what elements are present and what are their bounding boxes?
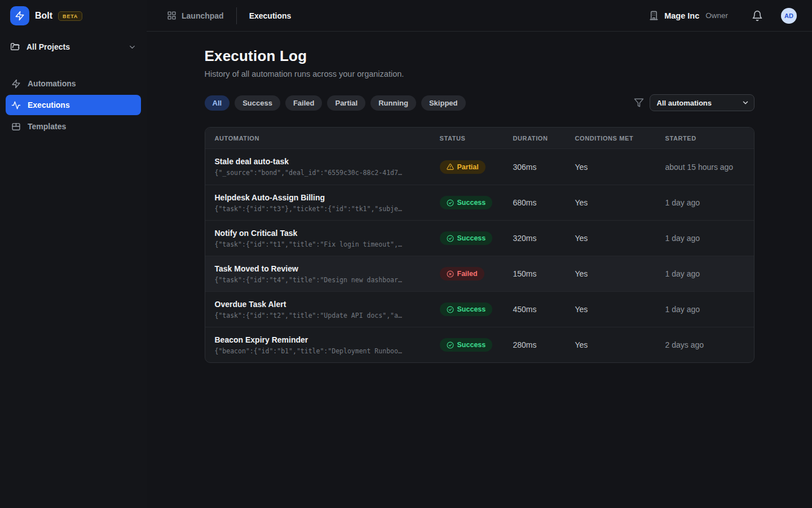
column-header-status: Status bbox=[440, 135, 513, 142]
automation-payload: {"task":{"id":"t1","title":"Fix login ti… bbox=[215, 240, 440, 248]
main-column: Launchpad Executions Mage Inc Owner AD bbox=[147, 0, 812, 508]
bolt-logo-icon bbox=[10, 6, 29, 25]
table-row[interactable]: Beacon Expiry Reminder {"beacon":{"id":"… bbox=[205, 327, 754, 362]
brand: Bolt BETA bbox=[6, 0, 141, 32]
status-badge: Success bbox=[440, 303, 493, 316]
filter-chip-skipped[interactable]: Skipped bbox=[421, 95, 466, 111]
status-label: Failed bbox=[457, 270, 478, 278]
table-row[interactable]: Task Moved to Review {"task":{"id":"t4",… bbox=[205, 256, 754, 291]
automation-name: Notify on Critical Task bbox=[215, 229, 440, 238]
status-label: Success bbox=[457, 305, 486, 313]
check-circle-icon bbox=[447, 341, 454, 349]
page-subtitle: History of all automation runs across yo… bbox=[205, 69, 754, 78]
executions-table: Automation Status Duration Conditions Me… bbox=[205, 127, 754, 363]
brand-name: Bolt bbox=[35, 11, 52, 21]
page-title: Execution Log bbox=[205, 47, 754, 65]
table-row[interactable]: Notify on Critical Task {"task":{"id":"t… bbox=[205, 220, 754, 256]
conditions-cell: Yes bbox=[575, 269, 665, 278]
sidebar: Bolt BETA All Projects Automations bbox=[0, 0, 147, 508]
launchpad-link[interactable]: Launchpad bbox=[167, 11, 224, 20]
conditions-cell: Yes bbox=[575, 305, 665, 314]
table-row[interactable]: Helpdesk Auto-Assign Billing {"task":{"i… bbox=[205, 185, 754, 220]
filter-chip-failed[interactable]: Failed bbox=[285, 95, 323, 111]
org-name: Mage Inc bbox=[664, 11, 699, 20]
automation-name: Beacon Expiry Reminder bbox=[215, 335, 440, 344]
automation-payload: {"task":{"id":"t2","title":"Update API d… bbox=[215, 312, 440, 319]
org-role: Owner bbox=[705, 11, 728, 20]
topbar-current-page: Executions bbox=[249, 11, 292, 20]
started-cell: about 15 hours ago bbox=[665, 163, 754, 172]
conditions-cell: Yes bbox=[575, 198, 665, 207]
status-badge: Success bbox=[440, 196, 493, 209]
duration-cell: 320ms bbox=[513, 234, 575, 243]
automation-filter-select[interactable]: All automations bbox=[650, 94, 754, 111]
building-icon bbox=[648, 10, 659, 21]
topbar: Launchpad Executions Mage Inc Owner AD bbox=[147, 0, 812, 32]
conditions-cell: Yes bbox=[575, 234, 665, 243]
status-label: Success bbox=[457, 199, 486, 207]
automation-name: Overdue Task Alert bbox=[215, 300, 440, 309]
conditions-cell: Yes bbox=[575, 340, 665, 349]
automation-name: Task Moved to Review bbox=[215, 264, 440, 273]
sidebar-item-templates[interactable]: Templates bbox=[6, 116, 141, 137]
sidebar-item-executions[interactable]: Executions bbox=[6, 95, 141, 115]
launchpad-label: Launchpad bbox=[182, 11, 224, 20]
automation-payload: {"_source":"bond","deal_id":"6559c30c-88… bbox=[215, 169, 440, 177]
duration-cell: 280ms bbox=[513, 340, 575, 349]
duration-cell: 680ms bbox=[513, 198, 575, 207]
sidebar-item-automations[interactable]: Automations bbox=[6, 73, 141, 94]
column-header-started: Started bbox=[665, 135, 754, 142]
activity-icon bbox=[11, 100, 21, 110]
table-row[interactable]: Stale deal auto-task {"_source":"bond","… bbox=[205, 149, 754, 185]
started-cell: 2 days ago bbox=[665, 340, 754, 349]
started-cell: 1 day ago bbox=[665, 269, 754, 278]
chevron-down-icon bbox=[128, 43, 136, 51]
status-label: Partial bbox=[457, 163, 479, 171]
conditions-cell: Yes bbox=[575, 163, 665, 172]
status-filter-chips: All Success Failed Partial Running Skipp… bbox=[205, 95, 466, 111]
check-circle-icon bbox=[447, 306, 454, 313]
automation-name: Helpdesk Auto-Assign Billing bbox=[215, 193, 440, 202]
app-root: Bolt BETA All Projects Automations bbox=[0, 0, 812, 508]
x-circle-icon bbox=[447, 270, 454, 278]
table-row[interactable]: Overdue Task Alert {"task":{"id":"t2","t… bbox=[205, 291, 754, 327]
duration-cell: 306ms bbox=[513, 163, 575, 172]
started-cell: 1 day ago bbox=[665, 305, 754, 314]
sidebar-nav: Automations Executions Templates bbox=[6, 73, 141, 137]
duration-cell: 450ms bbox=[513, 305, 575, 314]
status-label: Success bbox=[457, 341, 486, 349]
sidebar-item-label: Automations bbox=[28, 79, 76, 88]
grid-icon bbox=[167, 11, 176, 20]
main-content: Execution Log History of all automation … bbox=[147, 32, 812, 508]
automation-payload: {"task":{"id":"t3"},"ticket":{"id":"tk1"… bbox=[215, 205, 440, 213]
warning-icon bbox=[447, 163, 454, 170]
filter-chip-success[interactable]: Success bbox=[235, 95, 280, 111]
sidebar-item-label: Executions bbox=[28, 100, 70, 110]
column-header-automation: Automation bbox=[205, 135, 440, 142]
org-menu[interactable]: Mage Inc Owner bbox=[648, 10, 728, 21]
table-header: Automation Status Duration Conditions Me… bbox=[205, 128, 754, 149]
filter-chip-partial[interactable]: Partial bbox=[327, 95, 365, 111]
filter-chip-running[interactable]: Running bbox=[370, 95, 416, 111]
filter-row: All Success Failed Partial Running Skipp… bbox=[205, 94, 754, 111]
filter-chip-all[interactable]: All bbox=[205, 95, 230, 111]
filter-funnel-icon bbox=[634, 98, 644, 108]
duration-cell: 150ms bbox=[513, 269, 575, 278]
automation-payload: {"task":{"id":"t4","title":"Design new d… bbox=[215, 276, 440, 284]
status-badge: Partial bbox=[440, 160, 486, 174]
notifications-bell-icon[interactable] bbox=[752, 10, 763, 21]
check-circle-icon bbox=[447, 235, 454, 242]
column-header-duration: Duration bbox=[513, 135, 575, 142]
automation-payload: {"beacon":{"id":"b1","title":"Deployment… bbox=[215, 347, 440, 355]
folder-icon bbox=[10, 42, 20, 52]
project-selector-label: All Projects bbox=[27, 42, 122, 51]
automation-name: Stale deal auto-task bbox=[215, 157, 440, 166]
status-label: Success bbox=[457, 234, 486, 242]
beta-badge: BETA bbox=[58, 11, 82, 21]
started-cell: 1 day ago bbox=[665, 198, 754, 207]
project-selector[interactable]: All Projects bbox=[6, 36, 141, 58]
layout-icon bbox=[11, 122, 21, 132]
user-avatar[interactable]: AD bbox=[781, 8, 797, 24]
sidebar-item-label: Templates bbox=[28, 122, 66, 131]
zap-icon bbox=[11, 79, 21, 89]
